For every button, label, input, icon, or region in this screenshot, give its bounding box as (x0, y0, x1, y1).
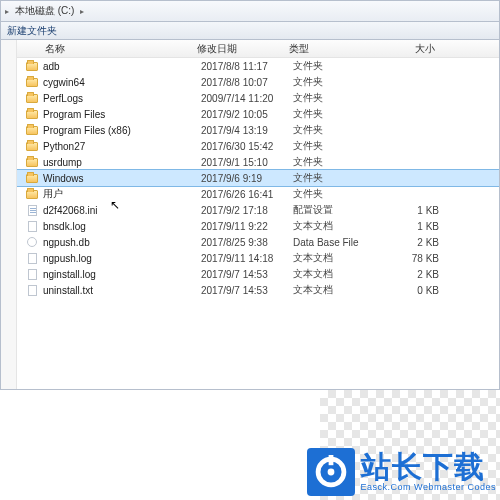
folder-icon (25, 92, 39, 104)
file-name: cygwin64 (43, 77, 201, 88)
folder-icon (25, 76, 39, 88)
file-row[interactable]: uninstall.txt2017/9/7 14:53文本文档0 KB (17, 282, 499, 298)
new-folder-button[interactable]: 新建文件夹 (7, 24, 57, 38)
file-type: 文件夹 (293, 59, 377, 73)
file-name: usrdump (43, 157, 201, 168)
file-date: 2017/8/25 9:38 (201, 237, 293, 248)
file-name: PerfLogs (43, 93, 201, 104)
col-size[interactable]: 大小 (373, 42, 443, 56)
file-type: 配置设置 (293, 203, 377, 217)
file-row[interactable]: Windows2017/9/6 9:19文件夹 (17, 170, 499, 186)
file-row[interactable]: ngpush.db2017/8/25 9:38Data Base File2 K… (17, 234, 499, 250)
file-size: 1 KB (377, 205, 447, 216)
easck-logo-icon (307, 448, 355, 496)
file-date: 2017/9/7 14:53 (201, 285, 293, 296)
watermark: 站长下载 Easck.Com Webmaster Codes (307, 448, 496, 496)
col-type[interactable]: 类型 (289, 42, 373, 56)
file-name: Windows (43, 173, 201, 184)
file-size: 78 KB (377, 253, 447, 264)
file-date: 2017/6/26 16:41 (201, 189, 293, 200)
file-name: Python27 (43, 141, 201, 152)
file-icon (25, 252, 39, 264)
file-row[interactable]: nginstall.log2017/9/7 14:53文本文档2 KB (17, 266, 499, 282)
address-bar[interactable]: ▸ 本地磁盘 (C:) ▸ (0, 0, 500, 22)
db-icon (25, 236, 39, 248)
file-size: 1 KB (377, 221, 447, 232)
file-type: 文件夹 (293, 171, 377, 185)
col-date[interactable]: 修改日期 (197, 42, 289, 56)
file-type: 文件夹 (293, 139, 377, 153)
file-row[interactable]: adb2017/8/8 11:17文件夹 (17, 58, 499, 74)
file-row[interactable]: Python272017/6/30 15:42文件夹 (17, 138, 499, 154)
file-type: 文本文档 (293, 219, 377, 233)
file-date: 2017/9/2 10:05 (201, 109, 293, 120)
file-type: 文件夹 (293, 75, 377, 89)
column-headers[interactable]: 名称 修改日期 类型 大小 (17, 40, 499, 58)
file-row[interactable]: cygwin642017/8/8 10:07文件夹 (17, 74, 499, 90)
file-type: 文本文档 (293, 267, 377, 281)
file-icon (25, 220, 39, 232)
svg-rect-1 (328, 455, 333, 465)
path-drive[interactable]: 本地磁盘 (C:) (13, 4, 76, 18)
watermark-subtitle: Easck.Com Webmaster Codes (361, 482, 496, 492)
file-date: 2017/9/4 13:19 (201, 125, 293, 136)
file-date: 2017/8/8 10:07 (201, 77, 293, 88)
file-row[interactable]: ngpush.log2017/9/11 14:18文本文档78 KB (17, 250, 499, 266)
file-row[interactable]: 用户2017/6/26 16:41文件夹 (17, 186, 499, 202)
explorer-pane: 名称 修改日期 类型 大小 adb2017/8/8 11:17文件夹cygwin… (0, 40, 500, 390)
file-date: 2017/8/8 11:17 (201, 61, 293, 72)
file-date: 2017/6/30 15:42 (201, 141, 293, 152)
path-root-arrow: ▸ (5, 7, 9, 16)
file-date: 2017/9/11 14:18 (201, 253, 293, 264)
file-type: 文件夹 (293, 91, 377, 105)
file-name: ngpush.db (43, 237, 201, 248)
file-name: adb (43, 61, 201, 72)
folder-icon (25, 156, 39, 168)
file-type: 文本文档 (293, 251, 377, 265)
file-name: 用户 (43, 187, 201, 201)
watermark-title: 站长下载 (361, 452, 496, 482)
file-date: 2009/7/14 11:20 (201, 93, 293, 104)
file-name: bnsdk.log (43, 221, 201, 232)
folder-icon (25, 124, 39, 136)
file-name: nginstall.log (43, 269, 201, 280)
file-type: Data Base File (293, 237, 377, 248)
file-name: ngpush.log (43, 253, 201, 264)
folder-icon (25, 188, 39, 200)
nav-sidebar[interactable] (1, 40, 17, 389)
file-row[interactable]: PerfLogs2009/7/14 11:20文件夹 (17, 90, 499, 106)
file-type: 文件夹 (293, 187, 377, 201)
file-name: Program Files (x86) (43, 125, 201, 136)
file-date: 2017/9/7 14:53 (201, 269, 293, 280)
folder-icon (25, 108, 39, 120)
file-icon (25, 268, 39, 280)
file-list[interactable]: 名称 修改日期 类型 大小 adb2017/8/8 11:17文件夹cygwin… (17, 40, 499, 389)
file-name: Program Files (43, 109, 201, 120)
file-type: 文本文档 (293, 283, 377, 297)
file-size: 2 KB (377, 269, 447, 280)
file-row[interactable]: Program Files2017/9/2 10:05文件夹 (17, 106, 499, 122)
path-sep: ▸ (80, 7, 84, 16)
file-size: 0 KB (377, 285, 447, 296)
file-row[interactable]: d2f42068.ini2017/9/2 17:18配置设置1 KB (17, 202, 499, 218)
folder-icon (25, 140, 39, 152)
file-type: 文件夹 (293, 123, 377, 137)
file-type: 文件夹 (293, 155, 377, 169)
file-size: 2 KB (377, 237, 447, 248)
ini-icon (25, 204, 39, 216)
file-row[interactable]: Program Files (x86)2017/9/4 13:19文件夹 (17, 122, 499, 138)
file-date: 2017/9/1 15:10 (201, 157, 293, 168)
file-date: 2017/9/6 9:19 (201, 173, 293, 184)
folder-icon (25, 60, 39, 72)
file-name: uninstall.txt (43, 285, 201, 296)
file-date: 2017/9/11 9:22 (201, 221, 293, 232)
file-type: 文件夹 (293, 107, 377, 121)
file-date: 2017/9/2 17:18 (201, 205, 293, 216)
folder-icon (25, 172, 39, 184)
file-name: d2f42068.ini (43, 205, 201, 216)
file-row[interactable]: bnsdk.log2017/9/11 9:22文本文档1 KB (17, 218, 499, 234)
svg-point-2 (327, 469, 334, 476)
col-name[interactable]: 名称 (17, 42, 197, 56)
file-row[interactable]: usrdump2017/9/1 15:10文件夹 (17, 154, 499, 170)
toolbar: 新建文件夹 (0, 22, 500, 40)
